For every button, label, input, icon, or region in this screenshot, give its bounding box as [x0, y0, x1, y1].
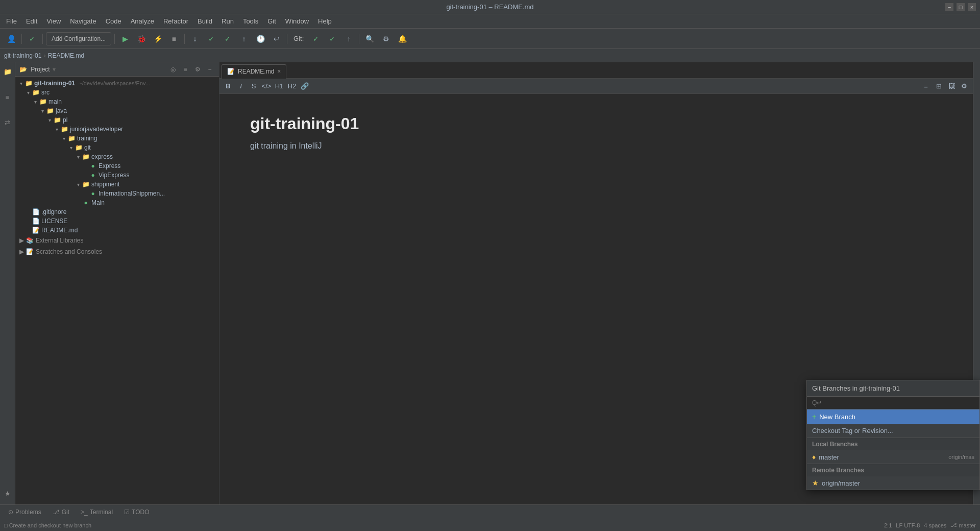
- tree-junior[interactable]: ▾ 📁 juniorjavadeveloper: [15, 125, 219, 134]
- italic-button[interactable]: I: [235, 81, 247, 92]
- view-mode-split[interactable]: ⊞: [933, 81, 944, 92]
- tree-git[interactable]: ▾ 📁 git: [15, 143, 219, 152]
- tree-gitignore[interactable]: ▶ 📄 .gitignore: [15, 207, 219, 216]
- format-bar: B I S </> H1 H2 🔗 ≡ ⊞ 🖼 ⚙: [219, 79, 973, 94]
- tree-src[interactable]: ▾ 📁 src: [15, 88, 219, 97]
- branch-indicator[interactable]: ⎇ master: [950, 522, 976, 528]
- vcs-update-btn[interactable]: ↓: [188, 32, 202, 46]
- menu-help[interactable]: Help: [314, 16, 336, 27]
- file-tree: ▾ 📁 git-training-01 ~/dev/dev/workspaces…: [15, 77, 219, 504]
- tree-training[interactable]: ▾ 📁 training: [15, 134, 219, 143]
- strikethrough-button[interactable]: S: [248, 81, 259, 92]
- menu-window[interactable]: Window: [281, 16, 313, 27]
- tree-main[interactable]: ▾ 📁 main: [15, 97, 219, 106]
- tree-vipexpress-file[interactable]: ▶ ● VipExpress: [15, 171, 219, 180]
- pullreq-strip-icon[interactable]: ⇄: [1, 115, 15, 130]
- bold-button[interactable]: B: [223, 81, 234, 92]
- settings-btn[interactable]: ⚙: [379, 32, 393, 46]
- breadcrumb-project[interactable]: git-training-01: [4, 52, 41, 59]
- git-folder-icon: 📁: [75, 143, 83, 152]
- rollback-btn[interactable]: ↩: [270, 32, 284, 46]
- problems-tab[interactable]: ⊙ Problems: [3, 508, 46, 517]
- view-mode-options[interactable]: ⚙: [959, 81, 970, 92]
- terminal-tab[interactable]: >_ Terminal: [76, 508, 118, 517]
- menu-tools[interactable]: Tools: [239, 16, 262, 27]
- link-button[interactable]: 🔗: [299, 81, 310, 92]
- git-arrow-btn[interactable]: ↑: [341, 32, 356, 46]
- tree-main-file[interactable]: ▶ ● Main: [15, 198, 219, 207]
- vcs-btn[interactable]: ✓: [25, 32, 39, 46]
- panel-collapse-btn[interactable]: ≡: [180, 64, 190, 75]
- training-arrow: ▾: [60, 136, 67, 141]
- readme-tab[interactable]: 📝 README.md ×: [222, 64, 286, 79]
- debug-btn[interactable]: 🐞: [134, 32, 149, 46]
- tree-pl[interactable]: ▾ 📁 pl: [15, 115, 219, 125]
- structure-strip-icon[interactable]: ≡: [1, 90, 15, 104]
- main-file-label: Main: [91, 199, 105, 206]
- readme-tab-close[interactable]: ×: [277, 68, 281, 75]
- panel-locate-btn[interactable]: ◎: [168, 64, 178, 75]
- todo-tab[interactable]: ☑ TODO: [119, 508, 154, 517]
- menu-edit[interactable]: Edit: [22, 16, 41, 27]
- vcs-push-btn[interactable]: ✓: [220, 32, 235, 46]
- tree-external-libraries[interactable]: ▶ 📚 External Libraries: [15, 235, 219, 246]
- view-mode-list[interactable]: ≡: [920, 81, 932, 92]
- menu-build[interactable]: Build: [193, 16, 216, 27]
- root-folder-icon: 📁: [24, 79, 33, 87]
- tree-scratches-consoles[interactable]: ▶ 📝 Scratches and Consoles: [15, 246, 219, 257]
- add-configuration-button[interactable]: Add Configuration...: [46, 32, 111, 45]
- panel-close-btn[interactable]: −: [205, 64, 215, 75]
- notifications-btn[interactable]: 🔔: [395, 32, 409, 46]
- editor-tabs: 📝 README.md ×: [219, 62, 973, 79]
- search-btn[interactable]: 🔍: [362, 32, 377, 46]
- menu-file[interactable]: File: [2, 16, 21, 27]
- git-check2-btn[interactable]: ✓: [325, 32, 339, 46]
- java-label: java: [56, 107, 67, 114]
- vcs-commit-btn[interactable]: ✓: [204, 32, 218, 46]
- tree-root[interactable]: ▾ 📁 git-training-01 ~/dev/dev/workspaces…: [15, 79, 219, 88]
- run-with-coverage-btn[interactable]: ⚡: [151, 32, 165, 46]
- git-check1-btn[interactable]: ✓: [309, 32, 323, 46]
- status-message: □ Create and checkout new branch: [4, 522, 91, 528]
- menu-run[interactable]: Run: [217, 16, 238, 27]
- menu-git[interactable]: Git: [263, 16, 280, 27]
- local-branch-master[interactable]: ♦ master origin/mas: [807, 450, 979, 464]
- favorites-strip-icon[interactable]: ★: [1, 486, 15, 500]
- git-tab[interactable]: ⎇ Git: [47, 508, 75, 517]
- pl-arrow: ▾: [46, 117, 53, 123]
- code-button[interactable]: </>: [261, 81, 272, 92]
- tree-intlshippment-file[interactable]: ▶ ● InternationalShippmen...: [15, 189, 219, 198]
- account-btn[interactable]: 👤: [4, 32, 18, 46]
- project-strip-icon[interactable]: 📁: [1, 64, 15, 79]
- status-icon: □: [4, 522, 8, 528]
- new-branch-item[interactable]: + New Branch: [807, 409, 979, 424]
- run-btn[interactable]: ▶: [118, 32, 132, 46]
- menu-analyze[interactable]: Analyze: [127, 16, 158, 27]
- vcs-pull-btn[interactable]: ↑: [237, 32, 251, 46]
- menu-code[interactable]: Code: [102, 16, 126, 27]
- checkout-tag-item[interactable]: Checkout Tag or Revision...: [807, 424, 979, 438]
- minimize-button[interactable]: −: [945, 3, 953, 11]
- stop-btn[interactable]: ■: [167, 32, 181, 46]
- view-mode-preview[interactable]: 🖼: [946, 81, 957, 92]
- remote-branch-origin-master[interactable]: ★ origin/master: [807, 476, 979, 490]
- h2-button[interactable]: H2: [286, 81, 298, 92]
- tree-java[interactable]: ▾ 📁 java: [15, 106, 219, 115]
- h1-button[interactable]: H1: [274, 81, 285, 92]
- menu-navigate[interactable]: Navigate: [66, 16, 100, 27]
- close-button[interactable]: ×: [968, 3, 976, 11]
- tree-readme[interactable]: ▶ 📝 README.md: [15, 226, 219, 235]
- breadcrumb-file[interactable]: README.md: [48, 52, 84, 59]
- panel-options-btn[interactable]: ⚙: [192, 64, 203, 75]
- maximize-button[interactable]: □: [957, 3, 965, 11]
- tree-express-file[interactable]: ▶ ● Express: [15, 161, 219, 171]
- history-btn[interactable]: 🕐: [253, 32, 267, 46]
- menu-view[interactable]: View: [42, 16, 65, 27]
- tree-license[interactable]: ▶ 📄 LICENSE: [15, 216, 219, 226]
- branch-search-input[interactable]: [807, 397, 979, 409]
- git-label: Git:: [290, 35, 307, 42]
- tree-shippment-folder[interactable]: ▾ 📁 shippment: [15, 180, 219, 189]
- intlshippment-java-icon: ●: [89, 189, 97, 198]
- menu-refactor[interactable]: Refactor: [159, 16, 192, 27]
- tree-express-folder[interactable]: ▾ 📁 express: [15, 152, 219, 161]
